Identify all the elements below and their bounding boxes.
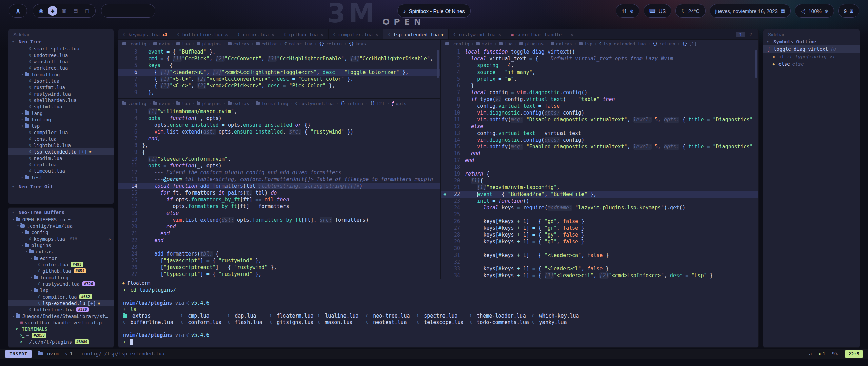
breadcrumb-item[interactable]: .config [122,41,146,46]
tab-scrollbar-handle[interactable]: ▦scrollbar-handle-…× [506,29,578,39]
breadcrumb-item[interactable]: formatting [256,101,288,106]
symbols-outline-header[interactable]: ▾ Symbols Outline [763,38,860,45]
breadcrumb-item[interactable]: {}return [319,41,342,46]
tree-item-lightbulb-lua[interactable]: ☾lightbulb.lua [8,142,114,148]
breadcrumb-item[interactable]: {}keys [349,41,366,46]
outline-item-if[interactable]: ◈ifif type(config.vi [763,53,860,60]
clock-widget[interactable]: jueves, noviembre 16, 2023▦ [710,4,791,18]
file-gitsigns-lua[interactable]: ☾gitsigns.lua [270,319,318,326]
tree-item-compiler-lua[interactable]: ☾compiler.lua [8,129,114,136]
breadcrumb-item[interactable]: editor [256,41,277,46]
code-area[interactable]: 1local function toggle_diag_virtext()2 l… [441,48,758,279]
outline-item-toggle-diag-virtext[interactable]: ƒtoggle_diag_virtextfu [763,45,860,53]
tree-item-rustywind-lua[interactable]: ☾rustywind.lua [8,90,114,97]
breadcrumb-item[interactable]: lsp [579,41,592,46]
breadcrumb-item[interactable]: plugins [197,41,221,46]
file-spectre-lua[interactable]: ☾spectre.lua [417,313,470,319]
tree-folder-linting[interactable]: ▸linting [8,116,114,123]
tab-github-lua[interactable]: ☾github.lua× [279,29,329,39]
tree-folder-config-nvim-lua[interactable]: ▾.config/nvim/lua [8,223,114,229]
tabpage-2[interactable]: 2 [746,32,755,37]
tree-folder-extras[interactable]: ▾extras [8,248,114,255]
tree-folder-lsp[interactable]: ▾lsp [8,123,114,129]
weather-widget[interactable]: ☾24°C [675,4,705,18]
tree-item-compiler-lua[interactable]: ☾compiler.lua#682 [8,293,114,300]
tree-item-bufferline-lua[interactable]: ☾bufferline.lua#328 [8,306,114,313]
close-icon[interactable]: × [375,32,378,37]
breadcrumb-item[interactable]: lua [499,41,512,46]
tree-folder-plugins[interactable]: ▾plugins [8,242,114,248]
statusline-cwd[interactable]: nvim [38,351,59,357]
breadcrumb-item[interactable]: lua [176,101,190,106]
tree-item-item[interactable]: >_~#2859 [8,332,114,339]
breadcrumb-item[interactable]: ☾rustywind.lua [295,101,333,106]
close-icon[interactable]: × [320,32,323,37]
tree-item-github-lua[interactable]: ☾github.lua#654 [8,268,114,274]
neotree-buffers-header[interactable]: ▾ Neo-Tree Buffers [8,208,114,216]
file-mason-lua[interactable]: ☾mason.lua [318,319,366,326]
tree-item-rustywind-lua[interactable]: ☾rustywind.lua#726 [8,281,114,287]
terminal-prompt-line[interactable]: › [123,339,754,345]
tab-rustywind-lua[interactable]: ☾rustywind.lua× [449,29,506,39]
breadcrumb-item[interactable]: plugins [197,101,221,106]
breadcrumb-item[interactable]: extras [551,41,572,46]
breadcrumb-item[interactable]: nvim [153,101,169,106]
neotree-git-header[interactable]: ▾ Neo-Tree Git [8,183,114,190]
floaterm-body[interactable]: ›cd lua/plugins/nvim/lua/plugins via☾v5.… [118,286,758,347]
file-neo-tree-lua[interactable]: ☾neo-tree.lua [366,313,417,319]
close-icon[interactable]: × [271,32,274,37]
file-flash-lua[interactable]: ☾flash.lua [228,319,270,326]
breadcrumb-item[interactable]: extras [228,41,249,46]
breadcrumb-item[interactable]: extras [228,101,249,106]
workspace-widget[interactable]: 11⊕ [616,4,639,18]
edit-icon[interactable]: ◆ [48,6,57,16]
breadcrumb-item[interactable]: nvim [153,41,169,46]
tree-item-terminals[interactable]: >_TERMINALS [8,326,114,332]
tab-lsp-extended-lua[interactable]: ☾lsp-extended.lua● [383,29,449,39]
file-yanky-lua[interactable]: ☾yanky.lua [532,319,754,326]
tree-item-c-n-l-plugins[interactable]: >_~/.c/n/l/plugins#3980 [8,339,114,345]
file-icon[interactable]: ▢ [82,6,92,16]
file-extras[interactable]: extras [123,313,181,319]
breadcrumb-item[interactable]: .config [445,41,469,46]
breadcrumb-item[interactable]: {}return [340,101,363,106]
tree-folder-formatting[interactable]: ▾formatting [8,71,114,78]
file-conform-lua[interactable]: ☾conform.lua [181,319,228,326]
tree-folder-lsp[interactable]: ▾lsp [8,287,114,293]
tree-item-neodim-lua[interactable]: ☾neodim.lua [8,155,114,161]
tree-item-lsp-extended-lu[interactable]: ☾lsp-extended.lu[+]◉ [8,300,114,306]
keyboard-layout-widget[interactable]: ⌨US [644,4,672,18]
launcher-logo-button[interactable]: ∧ [9,4,27,18]
file-cmp-lua[interactable]: ☾cmp.lua [181,313,228,319]
tree-item-sqlfmt-lua[interactable]: ☾sqlfmt.lua [8,103,114,110]
close-icon[interactable]: × [570,32,573,37]
tree-folder-open-buffers-in[interactable]: ▾OPEN BUFFERS in ~ [8,216,114,223]
music-widget[interactable]: ♪ Spiritbox - Rule Of Nines [397,4,471,18]
tab-bufferline-lua[interactable]: ☾bufferline.lua× [172,29,233,39]
tree-folder-config[interactable]: ▾config [8,229,114,236]
tree-folder-test[interactable]: ▸test [8,174,114,181]
floaterm-header[interactable]: ◆ Floaterm [118,279,758,286]
tree-item-winshift-lua[interactable]: ☾winshift.lua [8,58,114,65]
breadcrumb-item[interactable]: {}[2] [370,101,384,106]
breadcrumb-item[interactable]: {}[1] [682,41,697,46]
tree-item-shellharden-lua[interactable]: ☾shellharden.lua [8,97,114,103]
breadcrumb-item[interactable]: lua [176,41,190,46]
tab-keymaps-lua[interactable]: ☾keymaps.lua▲3 [118,29,172,39]
tree-item-timeout-lua[interactable]: ☾timeout.lua [8,168,114,174]
copy-icon[interactable]: ▤ [71,6,80,16]
tree-item-color-lua[interactable]: ☾color.lua#493 [8,261,114,268]
file-telescope-lua[interactable]: ☾telescope.lua [417,319,470,326]
volume-widget[interactable]: ◁)100%⊕ [795,4,834,18]
tree-item-keymaps-lua[interactable]: ☾keymaps.lua#10⚠ [8,236,114,242]
close-icon[interactable]: × [225,32,228,37]
systray-widget[interactable]: 9⊞ [838,4,859,18]
file-theme-loader-lua[interactable]: ☾theme-loader.lua [470,313,532,319]
file-dap-lua[interactable]: ☾dap.lua [228,313,270,319]
tree-folder-editor[interactable]: ▾editor [8,255,114,261]
windows-icon[interactable]: ▣ [59,6,69,16]
tabpage-1[interactable]: 1 [736,32,745,37]
file-which-key-lua[interactable]: ☾which-key.lua [532,313,754,319]
circle-icon[interactable]: ◉ [36,6,46,16]
file-lualine-lua[interactable]: ☾lualine.lua [318,313,366,319]
